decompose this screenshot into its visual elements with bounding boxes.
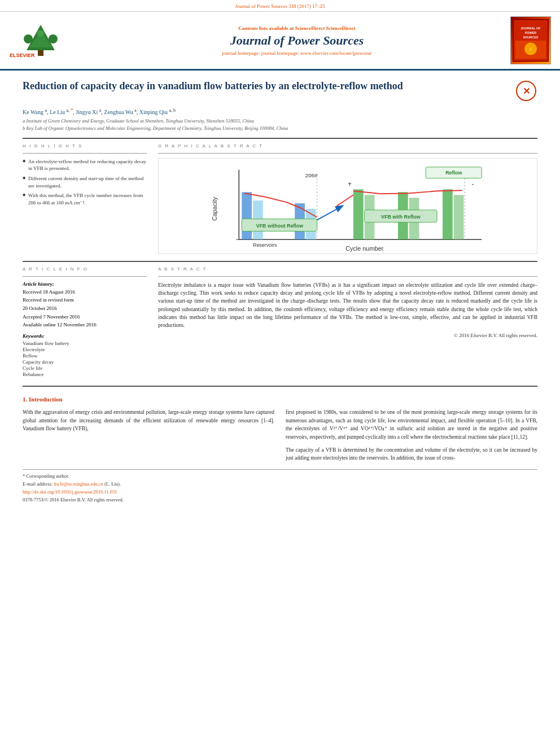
svg-text:-: - (471, 180, 474, 188)
received-date: Received 18 August 2016 (23, 289, 147, 296)
intro-section-number: 1. (23, 396, 27, 403)
svg-text:ELSEVIER: ELSEVIER (10, 53, 35, 58)
elsevier-logo-area: ELSEVIER (7, 22, 86, 59)
section-divider (23, 261, 537, 262)
accepted-date: Accepted 7 November 2016 (23, 313, 147, 321)
svg-text:Cycle number: Cycle number (345, 245, 383, 252)
journal-citation-bar: Journal of Power Sources 338 (2017) 17–2… (0, 0, 560, 12)
svg-point-5 (37, 30, 44, 37)
affil-superscript-a: a (45, 108, 47, 113)
divider-thick (23, 138, 537, 139)
svg-rect-31 (353, 189, 364, 239)
intro-paragraph-3: The capacity of a VFB is determined by t… (286, 446, 537, 462)
affil-superscript-a4: a (134, 108, 137, 113)
journal-homepage: journal homepage: journal homepage: www.… (91, 50, 502, 56)
homepage-prefix: journal homepage: (222, 50, 261, 56)
author-le-liu: Le Liu (50, 109, 65, 115)
article-title: Reduction of capacity decay in vanadium … (23, 80, 509, 93)
keywords-section: Keywords: Vanadium flow battery Electrol… (23, 333, 147, 377)
author-ke-wang: Ke Wang (23, 109, 43, 115)
intro-divider (23, 386, 537, 387)
affil-superscript-a2: a, (67, 108, 71, 113)
svg-rect-36 (454, 195, 464, 239)
highlights-divider (23, 153, 147, 154)
keyword-4: Capacity decay (23, 359, 147, 365)
svg-point-3 (24, 34, 33, 43)
intro-col-left: With the aggravation of energy crisis an… (23, 408, 274, 462)
corresponding-note: * Corresponding author. (23, 473, 537, 480)
abstract-label: A B S T R A C T (158, 267, 537, 272)
svg-text:206#: 206# (305, 172, 318, 178)
main-content: Reduction of capacity decay in vanadium … (0, 71, 560, 514)
introduction-body: With the aggravation of energy crisis an… (23, 408, 537, 462)
svg-text:Capacity: Capacity (211, 196, 218, 221)
article-info-divider (23, 276, 147, 277)
highlight-item-2: Different current density and start-up t… (23, 175, 147, 189)
article-history-label: Article history: (23, 281, 147, 287)
footnote-section: * Corresponding author. E-mail address: … (23, 469, 537, 504)
doi-link[interactable]: http://dx.doi.org/10.1016/j.jpowsour.201… (23, 489, 117, 495)
homepage-link[interactable]: journal homepage: www.elsevier.com/locat… (261, 50, 372, 56)
author-zenghua-wu: Zenghua Wu (104, 109, 133, 115)
keyword-3: Reflow (23, 353, 147, 359)
authors-line: Ke Wang a, Le Liu a, *, Jingyu Xi a, Zen… (23, 108, 537, 115)
svg-text:Reflow: Reflow (445, 169, 462, 175)
keyword-1: Vanadium flow battery (23, 340, 147, 346)
svg-text:+: + (348, 180, 352, 188)
crossmark-icon: ✕ (516, 81, 536, 101)
svg-text:JOURNAL OF: JOURNAL OF (520, 27, 541, 30)
highlights-graphical-section: H I G H L I G H T S An electrolyte-reflo… (23, 143, 537, 254)
journal-title: Journal of Power Sources (91, 33, 502, 48)
article-info-box: Article history: Received 18 August 2016… (23, 281, 147, 377)
corresponding-superscript: * (71, 108, 73, 113)
article-info-label: A R T I C L E I N F O (23, 267, 147, 272)
svg-text:VFB without Reflow: VFB without Reflow (256, 222, 303, 228)
affiliation-a: a Institute of Green Chemistry and Energ… (23, 117, 537, 125)
issn-line: 0378-7753/© 2016 Elsevier B.V. All right… (23, 497, 537, 504)
journal-citation-text: Journal of Power Sources 338 (2017) 17–2… (235, 3, 325, 9)
svg-text:VFB with Reflow: VFB with Reflow (381, 214, 421, 220)
intro-col-right: first proposed in 1980s, was considered … (286, 408, 537, 462)
svg-point-4 (49, 34, 58, 43)
keyword-5: Cycle life (23, 365, 147, 371)
elsevier-tree-icon: ELSEVIER (7, 22, 75, 59)
email-person: (L. Liu). (104, 481, 121, 487)
highlights-column: H I G H L I G H T S An electrolyte-reflo… (23, 143, 147, 254)
available-date: Available online 12 November 2016 (23, 321, 147, 329)
journal-cover-area: JOURNAL OF POWER SOURCES ⚡ (508, 16, 553, 64)
intro-paragraph-1: With the aggravation of energy crisis an… (23, 408, 274, 433)
copyright-line: © 2016 Elsevier B.V. All rights reserved… (158, 333, 537, 338)
revised-label: Received in revised form (23, 296, 147, 304)
affil-superscript-ab: a, b (169, 108, 176, 113)
svg-rect-35 (443, 189, 453, 239)
svg-rect-22 (242, 192, 252, 239)
introduction-section: 1. Introduction With the aggravation of … (23, 396, 537, 462)
affiliations: a Institute of Green Chemistry and Energ… (23, 117, 537, 132)
intro-paragraph-2: first proposed in 1980s, was considered … (286, 408, 537, 442)
graphical-divider (158, 153, 537, 154)
svg-text:SOURCES: SOURCES (523, 36, 538, 39)
highlight-item-3: With this method, the VFB cycle number i… (23, 192, 147, 206)
author-jingyu-xi: Jingyu Xi (76, 109, 98, 115)
article-info-abstract-section: A R T I C L E I N F O Article history: R… (23, 267, 537, 378)
email-note: E-mail address: liu.le@sz.tsinghua.edu.c… (23, 481, 537, 488)
keywords-label: Keywords: (23, 333, 147, 339)
journal-header: ELSEVIER Contents lists available at Sci… (0, 12, 560, 71)
svg-text:Reservoirs: Reservoirs (253, 242, 277, 248)
svg-text:⚡: ⚡ (528, 47, 534, 52)
highlight-item-1: An electrolyte-reflow method for reducin… (23, 158, 147, 172)
crossmark-area[interactable]: ✕ (515, 80, 537, 102)
highlights-list: An electrolyte-reflow method for reducin… (23, 158, 147, 207)
article-info-column: A R T I C L E I N F O Article history: R… (23, 267, 147, 378)
author-xinping-qiu: Xinping Qiu (139, 109, 168, 115)
abstract-column: A B S T R A C T Electrolyte imbalance is… (158, 267, 537, 378)
sciencedirect-brand: ScienceDirect (326, 25, 355, 31)
graphical-abstract-chart: Capacity Cycle number Reservoirs (158, 158, 537, 254)
email-link[interactable]: liu.le@sz.tsinghua.edu.cn (54, 481, 103, 487)
svg-text:POWER: POWER (525, 31, 537, 34)
affiliation-b: b Key Lab of Organic Optoelectronics and… (23, 125, 537, 132)
keyword-2: Electrolyte (23, 347, 147, 352)
graphical-abstract-column: G R A P H I C A L A B S T R A C T Capaci… (158, 143, 537, 254)
keyword-6: Rebalance (23, 372, 147, 377)
revised-date: 20 October 2016 (23, 305, 147, 312)
